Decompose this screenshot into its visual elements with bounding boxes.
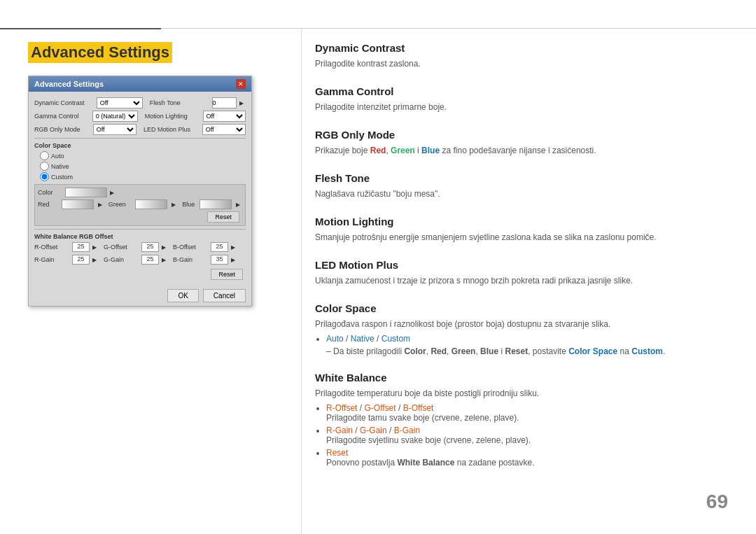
wb-b-gain-label: B-Gain: [173, 256, 208, 263]
white-balance-bullets: R-Offset / G-Offset / B-Offset Prilagodi…: [326, 403, 735, 468]
dialog-row-dynamic-contrast: Dynamic Contrast Off Flesh Tone ▶: [34, 97, 246, 108]
wb-r-gain-arrow[interactable]: ▶: [92, 257, 99, 263]
radio-native[interactable]: Native: [40, 162, 246, 171]
flesh-tone-title: Flesh Tone: [315, 172, 735, 184]
white-balance-text: Prilagodite temperaturu boje da biste po…: [315, 387, 735, 400]
dynamic-contrast-select[interactable]: Off: [97, 97, 143, 108]
led-motion-select[interactable]: Off: [202, 124, 246, 135]
dialog-row-gamma: Gamma Control 0 (Natural) Motion Lightin…: [34, 111, 246, 122]
gamma-select[interactable]: 0 (Natural): [92, 111, 138, 122]
r-gain-link: R-Gain: [326, 426, 353, 435]
b-offset-link: B-Offset: [403, 403, 434, 413]
gamma-control-title: Gamma Control: [315, 85, 735, 97]
color-space-radio-group: Auto Native Custom: [40, 151, 246, 181]
dynamic-contrast-text: Prilagodite kontrast zaslona.: [315, 57, 735, 70]
wb-reset-bullet: Reset Ponovno postavlja White Balance na…: [326, 448, 735, 468]
section-flesh-tone: Flesh Tone Naglašava ružičastu "boju mes…: [315, 172, 735, 200]
radio-native-label: Native: [51, 163, 69, 170]
wb-b-offset-label: B-Offset: [173, 244, 208, 251]
wb-b-offset-row: B-Offset 25 ▶: [173, 242, 238, 252]
section-white-balance: White Balance Prilagodite temperaturu bo…: [315, 372, 735, 468]
section-gamma-control: Gamma Control Prilagodite intenzitet pri…: [315, 85, 735, 113]
dialog-body: Dynamic Contrast Off Flesh Tone ▶ Gamma …: [29, 92, 251, 286]
color-slider[interactable]: [65, 188, 107, 197]
wb-g-gain-arrow[interactable]: ▶: [162, 257, 169, 263]
dialog-row-rgb: RGB Only Mode Off LED Motion Plus Off: [34, 124, 246, 135]
color-space-bullet-links: Auto / Native / Custom: [326, 334, 735, 344]
dialog-close-button[interactable]: ✕: [236, 79, 246, 89]
radio-native-input[interactable]: [40, 162, 49, 171]
wb-r-offset-value: 25: [72, 242, 90, 252]
left-panel: Advanced Settings Advanced Settings ✕ Dy…: [28, 42, 287, 307]
wb-b-gain-arrow[interactable]: ▶: [231, 257, 238, 263]
gamma-control-text: Prilagodite intenzitet primarne boje.: [315, 101, 735, 113]
section-rgb-only-mode: RGB Only Mode Prikazuje boje Red, Green …: [315, 129, 735, 157]
dialog-title: Advanced Settings: [34, 80, 104, 88]
rgb-only-select[interactable]: Off: [93, 124, 136, 135]
wb-r-gain-value: 25: [72, 255, 90, 265]
color-space-sub-bullet: Da biste prilagodili Color, Red, Green, …: [326, 346, 735, 356]
radio-custom-label: Custom: [51, 174, 73, 181]
section-dynamic-contrast: Dynamic Contrast Prilagodite kontrast za…: [315, 42, 735, 70]
wb-g-offset-arrow[interactable]: ▶: [162, 244, 169, 251]
white-balance-bold: White Balance: [397, 458, 454, 468]
red-arrow[interactable]: ▶: [98, 202, 104, 208]
dynamic-contrast-title: Dynamic Contrast: [315, 42, 735, 54]
g-offset-link: G-Offset: [364, 403, 396, 413]
red-slider[interactable]: [62, 199, 94, 209]
flesh-tone-input[interactable]: [212, 97, 237, 108]
motion-lighting-label: Motion Lighting: [145, 113, 200, 120]
wb-slash2: /: [398, 403, 403, 413]
custom-link: Custom: [382, 334, 410, 344]
wb-r-gain-row: R-Gain 25 ▶: [34, 255, 99, 265]
dialog-footer: OK Cancel: [29, 286, 251, 306]
motion-lighting-select[interactable]: Off: [203, 111, 246, 122]
wb-g-gain-value: 25: [141, 255, 159, 265]
wb-section-label: White Balance RGB Offset: [34, 233, 246, 240]
text-red: Red: [370, 146, 386, 155]
cancel-button[interactable]: Cancel: [203, 289, 246, 302]
green-label: Green: [108, 201, 131, 208]
wb-r-offset-arrow[interactable]: ▶: [92, 244, 99, 251]
reset-bold: Reset: [505, 346, 528, 356]
flesh-tone-text: Naglašava ružičastu "boju mesa".: [315, 188, 735, 200]
wb-r-gain-label: R-Gain: [34, 256, 69, 263]
color-arrow[interactable]: ▶: [110, 190, 117, 196]
top-border-accent: [0, 28, 161, 29]
wb-gain-bullet: R-Gain / G-Gain / B-Gain Prilagodite svj…: [326, 426, 735, 445]
blue-label: Blue: [182, 201, 195, 208]
red-bold: Red: [430, 346, 447, 356]
radio-auto[interactable]: Auto: [40, 151, 246, 160]
ok-button[interactable]: OK: [167, 289, 198, 302]
native-link: Native: [351, 334, 374, 344]
section-led-motion-plus: LED Motion Plus Uklanja zamućenost i trz…: [315, 259, 735, 287]
motion-lighting-text: Smanjuje potrošnju energije smanjenjem s…: [315, 231, 735, 244]
wb-b-offset-arrow[interactable]: ▶: [231, 244, 238, 251]
red-label: Red: [38, 201, 57, 208]
radio-custom[interactable]: Custom: [40, 172, 246, 181]
flesh-tone-label: Flesh Tone: [150, 99, 209, 106]
flesh-tone-arrow[interactable]: ▶: [239, 100, 246, 106]
radio-auto-input[interactable]: [40, 151, 49, 160]
led-motion-plus-text: Uklanja zamućenost i trzaje iz prizora s…: [315, 274, 735, 287]
white-balance-title: White Balance: [315, 372, 735, 384]
radio-custom-input[interactable]: [40, 172, 49, 181]
wb-gain-sub: Prilagodite svjetlinu svake boje (crvene…: [326, 435, 531, 445]
blue-slider[interactable]: [200, 199, 232, 209]
blue-arrow[interactable]: ▶: [236, 202, 242, 208]
color-controls: Color ▶ Red ▶ Green ▶ Blue ▶ Reset: [34, 184, 246, 226]
section-color-space: Color Space Prilagođava raspon i raznoli…: [315, 302, 735, 356]
slash2: /: [377, 334, 382, 344]
wb-reset-button[interactable]: Reset: [211, 269, 243, 280]
green-slider[interactable]: [135, 199, 167, 209]
wb-g-offset-label: G-Offset: [104, 244, 139, 251]
wb-reset-sub: Ponovno postavlja White Balance na zadan…: [326, 458, 535, 468]
wb-r-offset-row: R-Offset 25 ▶: [34, 242, 99, 252]
green-arrow[interactable]: ▶: [172, 202, 178, 208]
color-space-text: Prilagođava raspon i raznolikost boje (p…: [315, 318, 735, 330]
color-reset-button[interactable]: Reset: [207, 211, 239, 223]
auto-link: Auto: [326, 334, 344, 344]
motion-lighting-title: Motion Lighting: [315, 216, 735, 227]
b-gain-link: B-Gain: [394, 426, 420, 435]
led-motion-plus-title: LED Motion Plus: [315, 259, 735, 271]
